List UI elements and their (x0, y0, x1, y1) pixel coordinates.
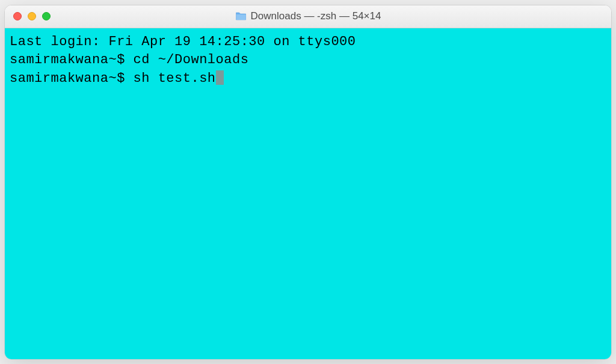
terminal-line: samirmakwana~$ sh test.sh (10, 70, 606, 88)
window-title-container: Downloads — -zsh — 54×14 (235, 10, 381, 22)
folder-icon (235, 11, 247, 21)
terminal-content[interactable]: Last login: Fri Apr 19 14:25:30 on ttys0… (5, 28, 611, 359)
window-title: Downloads — -zsh — 54×14 (251, 10, 381, 22)
maximize-button[interactable] (42, 12, 51, 20)
command-text: sh test.sh (134, 71, 216, 86)
terminal-line: Last login: Fri Apr 19 14:25:30 on ttys0… (10, 33, 606, 52)
cursor (216, 70, 224, 85)
prompt: samirmakwana~$ (10, 52, 134, 67)
login-message: Last login: Fri Apr 19 14:25:30 on ttys0… (10, 34, 356, 49)
traffic-lights (5, 12, 51, 20)
terminal-line: samirmakwana~$ cd ~/Downloads (10, 51, 606, 70)
close-button[interactable] (13, 12, 22, 20)
terminal-window: Downloads — -zsh — 54×14 Last login: Fri… (4, 5, 612, 360)
window-titlebar[interactable]: Downloads — -zsh — 54×14 (5, 5, 611, 28)
prompt: samirmakwana~$ (10, 71, 134, 86)
command-text: cd ~/Downloads (134, 52, 249, 67)
minimize-button[interactable] (28, 12, 36, 20)
